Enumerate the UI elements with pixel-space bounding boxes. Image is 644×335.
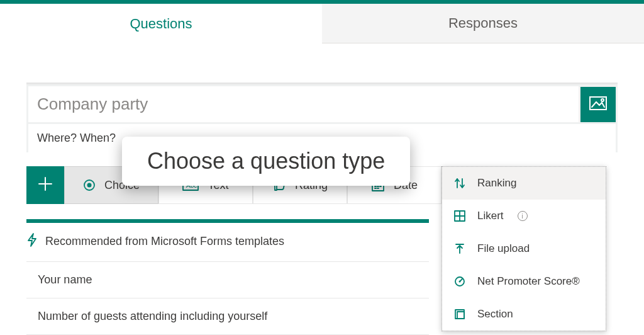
svg-point-3 — [87, 183, 91, 188]
gauge-icon — [453, 276, 466, 287]
type-file-upload-item[interactable]: File upload — [442, 232, 606, 265]
upload-icon — [453, 243, 466, 254]
add-question-button[interactable] — [26, 166, 64, 204]
svg-rect-11 — [457, 312, 464, 319]
type-nps-label: Net Promoter Score® — [477, 275, 580, 288]
radio-icon — [83, 179, 96, 191]
type-file-upload-label: File upload — [477, 242, 530, 255]
recommendations-title: Recommended from Microsoft Forms templat… — [45, 235, 284, 248]
tab-responses[interactable]: Responses — [322, 4, 644, 43]
svg-point-1 — [601, 99, 604, 101]
more-types-dropdown: Ranking Likert i File upload — [441, 166, 606, 331]
image-icon — [589, 96, 607, 113]
form-title-input[interactable]: Company party — [28, 86, 579, 122]
add-image-button[interactable] — [580, 87, 616, 122]
plus-icon — [37, 176, 53, 195]
lightning-icon — [26, 233, 38, 250]
separator — [26, 219, 429, 223]
likert-icon — [453, 210, 466, 222]
type-ranking-label: Ranking — [477, 177, 516, 190]
tooltip: Choose a question type — [122, 137, 410, 186]
section-icon — [453, 309, 466, 320]
type-section-item[interactable]: Section — [442, 298, 606, 331]
type-likert-item[interactable]: Likert i — [442, 200, 606, 232]
type-nps-item[interactable]: Net Promoter Score® — [442, 265, 606, 298]
info-icon[interactable]: i — [518, 211, 528, 221]
tab-questions[interactable]: Questions — [0, 4, 322, 43]
type-section-label: Section — [477, 308, 513, 321]
type-likert-label: Likert — [477, 210, 504, 222]
app: Questions Responses Company party Where?… — [0, 0, 644, 335]
ranking-icon — [453, 178, 466, 189]
tab-strip: Questions Responses — [0, 0, 644, 43]
recommendation-row[interactable]: Your name — [26, 262, 429, 298]
svg-point-9 — [459, 281, 461, 283]
recommendation-row[interactable]: Number of guests attending including you… — [26, 298, 429, 335]
form-canvas: Company party Where? When? Choice — [0, 43, 644, 335]
type-ranking-item[interactable]: Ranking — [442, 167, 606, 200]
